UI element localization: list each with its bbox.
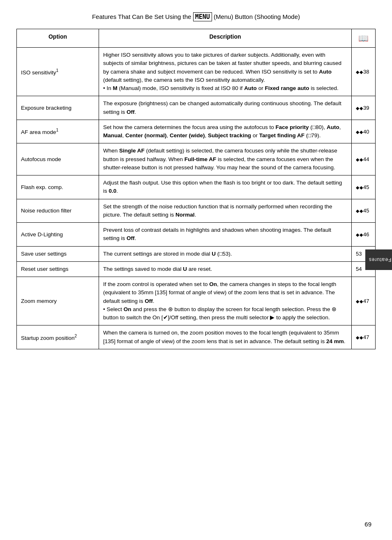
option-cell: Save user settings [17,246,99,261]
ref-cell: ◆◆47 [352,277,376,325]
option-cell: AF area mode1 [17,120,99,143]
description-cell: If the zoom control is operated when set… [99,277,352,325]
description-cell: The settings saved to mode dial U are re… [99,261,352,277]
description-cell: Set the strength of the noise reduction … [99,199,352,223]
header-description: Description [99,29,352,48]
table-row: Active D-LightingPrevent loss of contras… [17,223,376,247]
ref-cell: ◆◆47 [352,325,376,349]
table-row: Autofocus modeWhen Single AF (default se… [17,143,376,175]
option-cell: Reset user settings [17,261,99,277]
page-number: 69 [364,521,371,528]
option-cell: Active D-Lighting [17,223,99,247]
ref-cell: ◆◆40 [352,120,376,143]
description-cell: The exposure (brightness) can be changed… [99,96,352,120]
sidebar-label: Shooting Features [365,249,392,270]
table-row: Flash exp. comp.Adjust the flash output.… [17,175,376,199]
ref-cell: ◆◆38 [352,48,376,96]
description-cell: The current settings are stored in mode … [99,246,352,261]
option-cell: ISO sensitivity1 [17,48,99,96]
table-row: Noise reduction filterSet the strength o… [17,199,376,223]
features-table: Option Description 📖 ISO sensitivity1Hig… [16,29,376,349]
ref-cell: ◆◆45 [352,175,376,199]
page-title: Features That Can Be Set Using the MENU … [16,12,376,21]
table-row: Zoom memoryIf the zoom control is operat… [17,277,376,325]
ref-cell: ◆◆45 [352,199,376,223]
table-row: Save user settingsThe current settings a… [17,246,376,261]
ref-cell: ◆◆39 [352,96,376,120]
menu-word: MENU [193,12,212,21]
table-row: Startup zoom position2When the camera is… [17,325,376,349]
option-cell: Zoom memory [17,277,99,325]
ref-cell: ◆◆44 [352,143,376,175]
option-cell: Noise reduction filter [17,199,99,223]
description-cell: Prevent loss of contrast details in high… [99,223,352,247]
description-cell: Higher ISO sensitivity allows you to tak… [99,48,352,96]
description-cell: When the camera is turned on, the zoom p… [99,325,352,349]
table-row: ISO sensitivity1Higher ISO sensitivity a… [17,48,376,96]
header-option: Option [17,29,99,48]
description-cell: When Single AF (default setting) is sele… [99,143,352,175]
description-cell: Adjust the flash output. Use this option… [99,175,352,199]
option-cell: Autofocus mode [17,143,99,175]
table-row: AF area mode1Set how the camera determin… [17,120,376,143]
ref-cell: ◆◆46 [352,223,376,247]
description-cell: Set how the camera determines the focus … [99,120,352,143]
table-row: Exposure bracketingThe exposure (brightn… [17,96,376,120]
table-row: Reset user settingsThe settings saved to… [17,261,376,277]
header-ref: 📖 [352,29,376,48]
option-cell: Startup zoom position2 [17,325,99,349]
option-cell: Exposure bracketing [17,96,99,120]
option-cell: Flash exp. comp. [17,175,99,199]
